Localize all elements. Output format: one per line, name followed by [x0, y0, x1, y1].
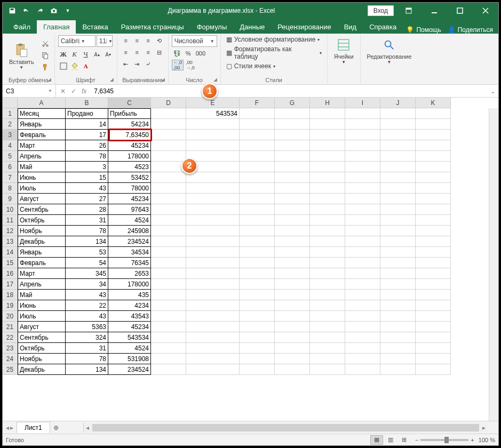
cancel-icon[interactable]: ✕ — [60, 87, 66, 95]
font-size-decrease-icon[interactable]: A▾ — [103, 49, 114, 60]
row-header[interactable]: 17 — [3, 279, 18, 290]
cell[interactable]: 435 — [108, 290, 151, 300]
cell[interactable] — [151, 354, 186, 364]
tab-help[interactable]: Справка — [363, 20, 403, 34]
tab-data[interactable]: Данные — [233, 20, 271, 34]
cell[interactable]: Прибыль — [108, 108, 151, 119]
cell[interactable] — [345, 226, 380, 236]
cell[interactable]: Сентябрь — [18, 332, 66, 343]
cell[interactable]: 54 — [66, 258, 108, 268]
cell[interactable] — [275, 226, 310, 236]
col-header-j[interactable]: J — [380, 98, 416, 108]
align-top-icon[interactable]: ≡ — [121, 35, 131, 46]
paste-button[interactable]: Вставить ▼ — [6, 35, 37, 76]
cell[interactable] — [275, 194, 310, 204]
cell[interactable]: Ноябрь — [18, 226, 66, 236]
tab-file[interactable]: Файл — [7, 20, 37, 34]
cell[interactable]: 324 — [66, 332, 108, 343]
tab-layout[interactable]: Разметка страницы — [115, 20, 190, 34]
cell[interactable] — [345, 151, 380, 162]
align-center-icon[interactable]: ≡ — [132, 47, 142, 58]
cell[interactable]: Февраль — [18, 258, 66, 268]
cell[interactable]: 31 — [66, 343, 108, 354]
cell[interactable]: 3 — [66, 162, 108, 172]
cell[interactable] — [186, 343, 240, 354]
row-header[interactable]: 19 — [3, 300, 18, 311]
cell[interactable]: 34534 — [108, 247, 151, 258]
cell[interactable] — [380, 226, 416, 236]
cell[interactable] — [240, 215, 275, 226]
tell-me[interactable]: 💡Помощь — [406, 26, 441, 34]
cell[interactable]: Апрель — [18, 151, 66, 162]
cell[interactable]: 78 — [66, 151, 108, 162]
font-size-increase-icon[interactable]: A▴ — [92, 49, 102, 60]
name-box[interactable]: C3▼ — [3, 85, 56, 97]
login-button[interactable]: Вход — [368, 5, 394, 16]
cell[interactable] — [345, 194, 380, 204]
cell[interactable] — [240, 108, 275, 119]
cell[interactable] — [416, 332, 451, 343]
cell[interactable]: 43 — [66, 290, 108, 300]
cell[interactable] — [240, 204, 275, 215]
cell[interactable]: 2653 — [108, 268, 151, 279]
cell[interactable] — [186, 290, 240, 300]
cell[interactable] — [240, 268, 275, 279]
sheet-nav-last-icon[interactable]: ▸ — [10, 424, 13, 431]
dialog-launcher-icon[interactable]: ◢ — [212, 76, 219, 83]
grid[interactable]: A B C D E F G H I J K 123456789101112131… — [3, 98, 498, 421]
cell[interactable] — [240, 311, 275, 322]
cell[interactable] — [240, 279, 275, 290]
cell[interactable]: 53 — [66, 247, 108, 258]
cell[interactable] — [151, 290, 186, 300]
cell[interactable] — [240, 247, 275, 258]
cell[interactable] — [416, 247, 451, 258]
camera-icon[interactable] — [47, 4, 60, 17]
cell[interactable]: Август — [18, 194, 66, 204]
cell[interactable] — [380, 119, 416, 130]
cell[interactable] — [380, 108, 416, 119]
accounting-format-icon[interactable]: 💱 — [172, 48, 182, 59]
row-header[interactable]: 21 — [3, 322, 18, 332]
cell[interactable] — [416, 226, 451, 236]
cell[interactable] — [345, 290, 380, 300]
cell[interactable] — [380, 290, 416, 300]
cell[interactable] — [186, 258, 240, 268]
cell[interactable] — [310, 119, 345, 130]
cell[interactable] — [416, 162, 451, 172]
cell[interactable] — [416, 300, 451, 311]
row-header[interactable]: 4 — [3, 140, 18, 151]
borders-button[interactable] — [58, 61, 69, 71]
cell[interactable] — [151, 162, 186, 172]
cell[interactable] — [240, 236, 275, 247]
cell[interactable]: Июнь — [18, 172, 66, 183]
cell[interactable] — [275, 183, 310, 194]
align-middle-icon[interactable]: ≡ — [132, 35, 142, 46]
cell[interactable]: 5363 — [66, 322, 108, 332]
cell[interactable]: 543534 — [108, 332, 151, 343]
row-header[interactable]: 11 — [3, 215, 18, 226]
row-header[interactable]: 5 — [3, 151, 18, 162]
cell[interactable]: 34 — [66, 279, 108, 290]
cell[interactable] — [310, 300, 345, 311]
comma-format-icon[interactable]: 000 — [194, 48, 207, 59]
cell[interactable] — [345, 322, 380, 332]
cell[interactable] — [186, 226, 240, 236]
cell[interactable] — [186, 354, 240, 364]
row-header[interactable]: 23 — [3, 343, 18, 354]
col-header-g[interactable]: G — [275, 98, 310, 108]
cell[interactable] — [345, 215, 380, 226]
cell[interactable]: Сентябрь — [18, 204, 66, 215]
cell[interactable] — [380, 311, 416, 322]
cell[interactable] — [151, 119, 186, 130]
cell[interactable] — [345, 332, 380, 343]
cell[interactable]: 22 — [66, 300, 108, 311]
cell[interactable]: 4524 — [108, 343, 151, 354]
cell[interactable] — [240, 194, 275, 204]
cell[interactable] — [310, 268, 345, 279]
cell[interactable] — [240, 162, 275, 172]
row-header[interactable]: 25 — [3, 364, 18, 375]
cell[interactable] — [380, 354, 416, 364]
cell[interactable] — [186, 268, 240, 279]
cell[interactable]: 27 — [66, 194, 108, 204]
cell[interactable] — [310, 204, 345, 215]
